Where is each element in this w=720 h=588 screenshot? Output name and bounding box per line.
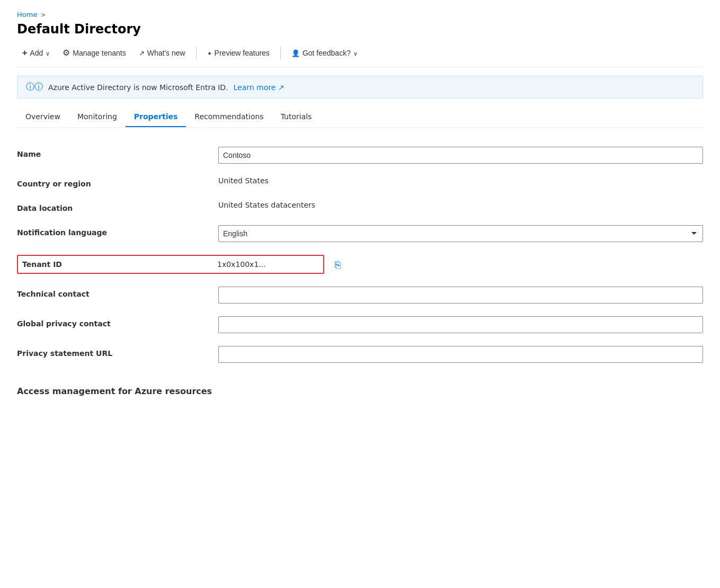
data-location-value-container: United States datacenters bbox=[218, 201, 703, 209]
access-management-heading: Access management for Azure resources bbox=[17, 380, 703, 396]
preview-features-label: Preview features bbox=[215, 49, 270, 57]
toolbar-separator-1 bbox=[196, 47, 197, 59]
name-input[interactable] bbox=[218, 147, 703, 164]
breadcrumb-home-link[interactable]: Home bbox=[17, 11, 37, 19]
preview-features-icon bbox=[207, 48, 212, 58]
tab-monitoring[interactable]: Monitoring bbox=[69, 107, 126, 127]
name-label: Name bbox=[17, 147, 218, 158]
technical-contact-input[interactable] bbox=[218, 287, 703, 304]
toolbar: Add Manage tenants What's new Preview fe… bbox=[17, 45, 703, 67]
technical-contact-row: Technical contact bbox=[17, 280, 703, 310]
country-value-container: United States bbox=[218, 176, 703, 185]
global-privacy-row: Global privacy contact bbox=[17, 310, 703, 340]
whats-new-label: What's new bbox=[147, 49, 185, 57]
manage-tenants-button[interactable]: Manage tenants bbox=[57, 45, 131, 60]
feedback-icon bbox=[291, 48, 300, 58]
privacy-url-label: Privacy statement URL bbox=[17, 346, 218, 358]
breadcrumb: Home > bbox=[17, 11, 703, 19]
tabs-nav: Overview Monitoring Properties Recommend… bbox=[17, 107, 703, 128]
copy-tenant-id-icon[interactable]: ⎘ bbox=[333, 257, 343, 272]
country-label: Country or region bbox=[17, 176, 218, 188]
notification-language-value-container: English French German Spanish Japanese bbox=[218, 225, 703, 242]
tab-overview[interactable]: Overview bbox=[17, 107, 69, 127]
name-row: Name bbox=[17, 140, 703, 170]
preview-features-button[interactable]: Preview features bbox=[202, 46, 275, 60]
feedback-chevron-icon bbox=[353, 48, 358, 58]
data-location-label: Data location bbox=[17, 201, 218, 212]
tenant-id-label: Tenant ID bbox=[22, 258, 213, 271]
name-value-container bbox=[218, 147, 703, 164]
gear-icon bbox=[63, 48, 70, 58]
technical-contact-label: Technical contact bbox=[17, 287, 218, 298]
add-icon bbox=[22, 48, 27, 58]
add-label: Add bbox=[30, 49, 43, 57]
add-chevron-icon bbox=[46, 48, 50, 58]
properties-form: Name Country or region United States Dat… bbox=[17, 140, 703, 369]
country-value: United States bbox=[218, 176, 269, 185]
got-feedback-button[interactable]: Got feedback? bbox=[286, 46, 363, 60]
country-row: Country or region United States bbox=[17, 170, 703, 194]
whats-new-button[interactable]: What's new bbox=[134, 46, 191, 60]
tab-properties[interactable]: Properties bbox=[126, 107, 186, 127]
external-link-icon: ↗ bbox=[278, 83, 285, 92]
global-privacy-label: Global privacy contact bbox=[17, 316, 218, 328]
privacy-url-value-container bbox=[218, 346, 703, 363]
tab-tutorials[interactable]: Tutorials bbox=[272, 107, 321, 127]
global-privacy-value-container bbox=[218, 316, 703, 333]
data-location-value: United States datacenters bbox=[218, 201, 315, 209]
notification-language-row: Notification language English French Ger… bbox=[17, 219, 703, 248]
learn-more-link[interactable]: Learn more ↗ bbox=[234, 83, 285, 92]
technical-contact-value-container bbox=[218, 287, 703, 304]
notification-language-label: Notification language bbox=[17, 225, 218, 237]
whats-new-icon bbox=[139, 48, 145, 58]
data-location-row: Data location United States datacenters bbox=[17, 194, 703, 219]
add-button[interactable]: Add bbox=[17, 46, 55, 60]
global-privacy-input[interactable] bbox=[218, 316, 703, 333]
tenant-id-row: Tenant ID 1x0x100x1... ⎘ bbox=[17, 248, 703, 280]
tenant-id-value: 1x0x100x1... bbox=[213, 258, 319, 271]
info-banner-text: Azure Active Directory is now Microsoft … bbox=[48, 83, 228, 92]
got-feedback-label: Got feedback? bbox=[303, 49, 351, 57]
tenant-id-highlight-box: Tenant ID 1x0x100x1... bbox=[17, 255, 324, 274]
notification-language-select[interactable]: English French German Spanish Japanese bbox=[218, 225, 703, 242]
breadcrumb-separator: > bbox=[40, 11, 46, 19]
privacy-url-input[interactable] bbox=[218, 346, 703, 363]
page-title: Default Directory bbox=[17, 22, 703, 37]
info-banner: ⓘ Azure Active Directory is now Microsof… bbox=[17, 76, 703, 99]
privacy-url-row: Privacy statement URL bbox=[17, 340, 703, 369]
manage-tenants-label: Manage tenants bbox=[73, 49, 126, 57]
toolbar-separator-2 bbox=[280, 47, 281, 59]
tab-recommendations[interactable]: Recommendations bbox=[186, 107, 272, 127]
info-icon: ⓘ bbox=[26, 82, 43, 93]
